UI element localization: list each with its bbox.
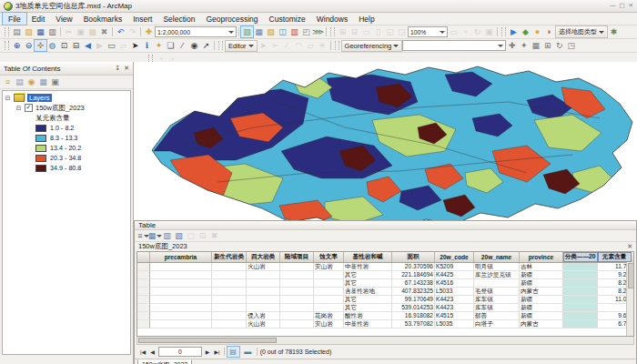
map-canvas[interactable]: Table ≡▦▥▧▢⊡✖ 150w底图_2023 ✕ precambria新生… (134, 62, 637, 364)
row-selector[interactable] (137, 296, 150, 304)
fixed-zoom-in-icon[interactable]: ⊡ (58, 40, 70, 51)
column-header[interactable]: 蚀文率 (314, 252, 344, 262)
row-selector[interactable] (137, 271, 150, 279)
clear-selected-features-icon[interactable]: ▱ (117, 40, 129, 51)
editor-dropdown[interactable]: Editor (225, 40, 258, 52)
table-row[interactable]: 侵入岩 花岗岩 酸性岩 16.918082 K4515 鄯善 新疆 9.67 (137, 312, 633, 320)
legend-swatch[interactable] (35, 155, 46, 162)
find-icon[interactable]: ◉ (188, 40, 200, 51)
toc-root-layers[interactable]: Layers (27, 94, 52, 102)
last-record-button[interactable]: ▶| (213, 349, 220, 355)
model-builder-icon[interactable]: ⋙ (312, 26, 324, 37)
row-selector[interactable] (137, 279, 150, 288)
forward-extent-icon[interactable]: ▶ (94, 40, 106, 51)
switch-selection-icon[interactable]: ▧ (173, 230, 185, 241)
menu-item[interactable]: Selection (157, 13, 200, 25)
next-record-button[interactable]: ▶ (205, 349, 211, 355)
geologic-map[interactable] (145, 64, 636, 231)
column-header[interactable]: 元素含量 (598, 252, 632, 262)
edit-tool-icon[interactable]: ➤ (258, 40, 269, 51)
row-selector[interactable] (137, 320, 150, 329)
identify-icon[interactable]: ℹ (141, 40, 153, 51)
show-all-records-button[interactable]: ▤ (228, 347, 239, 357)
minimize-icon[interactable]: — (610, 3, 616, 9)
layout-pan-icon[interactable]: ▭ (448, 26, 460, 37)
legend-swatch[interactable] (35, 135, 46, 142)
column-header[interactable]: province (520, 252, 563, 262)
zoom-out-icon[interactable]: ⊖ (23, 40, 35, 51)
data-reviewer-icon[interactable]: ▶ (508, 26, 520, 37)
straight-segment-icon[interactable]: ∕ (281, 40, 293, 51)
cut-icon[interactable]: ✂ (63, 26, 75, 37)
toolbar-grip[interactable] (5, 41, 9, 50)
fixed-zoom-out-icon[interactable]: ⊟ (70, 40, 82, 51)
select-link-icon[interactable]: ✦ (518, 40, 530, 51)
open-folder-icon[interactable]: ▨ (23, 26, 35, 37)
maximize-icon[interactable]: ▢ (619, 3, 624, 9)
column-header[interactable]: 新生代岩类 (212, 252, 247, 262)
trace-icon[interactable]: ▱ (305, 40, 317, 51)
menu-item[interactable]: View (50, 13, 77, 25)
add-control-points-icon[interactable]: ✚ (506, 40, 518, 51)
layout-zoom-combo[interactable]: 100% (408, 26, 448, 37)
row-selector[interactable] (137, 304, 150, 312)
first-record-button[interactable]: |◀ (139, 349, 147, 355)
georeferencing-dropdown[interactable]: Georeferencing (341, 40, 403, 52)
pause-drawing-icon[interactable]: ▣ (483, 26, 495, 37)
toolbar-grip[interactable] (5, 27, 9, 36)
circle-tool-icon[interactable]: ● (531, 26, 543, 37)
undo-icon[interactable]: ↶ (115, 26, 126, 37)
delete-icon[interactable]: ✖ (98, 26, 110, 37)
menu-item[interactable]: Help (353, 13, 379, 25)
paste-icon[interactable]: ▩ (86, 26, 98, 37)
menu-item[interactable]: Windows (311, 13, 353, 25)
toolbar-grip[interactable] (501, 27, 506, 36)
table-row[interactable]: 火山岩 安山岩 中基性岩 20.370596 K5209 明月镇 吉林 11.7… (137, 263, 633, 271)
workflow-manager-icon[interactable]: ◆ (520, 26, 531, 37)
redo-icon[interactable]: ↷ (126, 26, 138, 37)
legend-swatch[interactable] (35, 125, 46, 132)
column-header[interactable]: precambria (150, 252, 212, 262)
toolbar-grip[interactable] (218, 41, 223, 50)
collapse-icon[interactable]: ⊟ (5, 95, 11, 102)
layout-zoom-whole-page-icon[interactable]: ▭ (360, 26, 372, 37)
pin-icon[interactable]: ↧ (115, 65, 120, 72)
zoom-to-selected-icon[interactable]: ⊡ (197, 230, 208, 241)
list-by-selection-icon[interactable]: ▦ (37, 76, 49, 87)
settings-gear-icon[interactable]: ✱ (608, 26, 620, 37)
editor-sketch-icon[interactable]: ▨ (241, 26, 253, 37)
table-row[interactable]: 含基性岩地 407.832325 L5033 毛登镇 内蒙古 8.28 (137, 288, 633, 296)
catalog-window-icon[interactable]: ◫ (277, 26, 288, 37)
back-extent-icon[interactable]: ◀ (82, 40, 94, 51)
delete-selected-icon[interactable]: ✖ (208, 230, 220, 241)
full-extent-icon[interactable]: ◍ (46, 40, 58, 51)
hyperlink-icon[interactable]: ✦ (153, 40, 165, 51)
measure-icon[interactable]: ∕ (177, 40, 188, 51)
previous-record-button[interactable]: ◀ (149, 349, 156, 355)
menu-item[interactable]: Edit (26, 13, 51, 25)
column-header[interactable]: 基性岩和碱 (344, 252, 392, 262)
row-selector[interactable] (137, 288, 150, 296)
table-row[interactable]: 火山岩 安山岩 中基性岩 53.797082 L5035 白塔子 内蒙古 6.7… (137, 320, 633, 329)
pan-icon[interactable]: ✜ (35, 40, 46, 51)
layer-visibility-checkbox[interactable]: ✓ (25, 104, 33, 112)
column-header[interactable]: 20w_code (435, 252, 474, 262)
row-selector[interactable] (137, 263, 150, 271)
add-data-icon[interactable]: ✚ (143, 26, 155, 37)
layer-name[interactable]: 150w底图_2023 (35, 104, 85, 113)
vertical-scrollbar[interactable] (626, 262, 633, 336)
legend-swatch[interactable] (35, 165, 46, 172)
table-row[interactable]: 其它 539.014253 K4423 库车镇 新疆 8 (137, 304, 633, 312)
layout-zoom-out-icon[interactable]: ⊟ (349, 26, 360, 37)
table-row[interactable]: 其它 99.170649 K4423 库车镇 新疆 11.02 (137, 296, 633, 304)
rotate-icon[interactable]: ↻ (553, 40, 565, 51)
view-link-table-icon[interactable]: ▦ (530, 40, 541, 51)
attribute-table-icon[interactable]: ▦ (253, 26, 265, 37)
edit-annotation-icon[interactable]: ➣ (269, 40, 281, 51)
georeferencing-layer-combo[interactable] (402, 40, 506, 51)
scrollbar-thumb[interactable] (138, 338, 277, 343)
list-by-drawing-order-icon[interactable]: ≡ (2, 76, 14, 87)
menu-item[interactable]: Customize (264, 13, 311, 25)
layout-zoom-in-icon[interactable]: ⊞ (337, 26, 349, 37)
profile-graph-icon[interactable]: ◗ (543, 26, 555, 37)
